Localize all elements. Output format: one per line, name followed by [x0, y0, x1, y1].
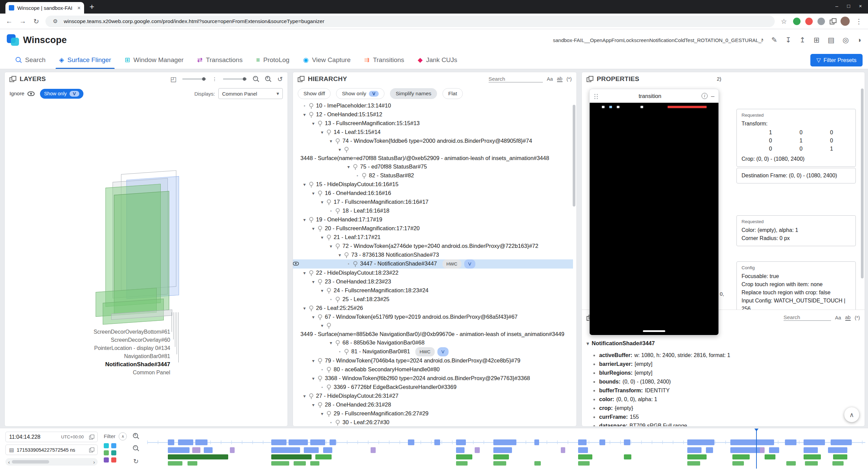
trace-segment[interactable] — [832, 461, 844, 466]
trace-type-icon[interactable] — [111, 457, 116, 463]
minimize-icon[interactable]: – — [711, 93, 714, 100]
trace-segment[interactable] — [456, 439, 466, 445]
trace-segment[interactable] — [493, 461, 506, 466]
hierarchy-node[interactable]: •10 - ImePlaceholder:13:14#10 — [293, 101, 573, 110]
pin-icon[interactable] — [309, 112, 314, 118]
hierarchy-scrollbar[interactable] — [573, 105, 575, 206]
whole-word-icon[interactable]: ab — [557, 76, 563, 82]
trace-segment[interactable] — [687, 454, 707, 459]
tab-transitions[interactable]: ⇉Transitions — [357, 51, 411, 69]
collapse-arrow-icon[interactable]: ▾ — [309, 119, 317, 128]
trace-segment[interactable] — [730, 439, 774, 445]
pin-icon[interactable] — [335, 138, 340, 144]
reset-view-icon[interactable]: ↺ — [277, 75, 283, 83]
hierarchy-node[interactable]: ▾15 - HideDisplayCutout:16:16#15 — [293, 180, 573, 189]
trace-segment[interactable] — [204, 447, 212, 453]
trace-segment[interactable] — [561, 447, 565, 453]
collapse-arrow-icon[interactable]: ▾ — [318, 233, 326, 242]
layer-label[interactable]: NotificationShade#3447 — [5, 360, 170, 369]
collapse-arrow-icon[interactable]: ▾ — [336, 145, 344, 154]
hierarchy-node[interactable]: •82 - StatusBar#82 — [293, 171, 573, 180]
trace-segment[interactable] — [687, 447, 702, 453]
trace-segment[interactable] — [831, 439, 851, 445]
layer-label[interactable]: ScreenDecorOverlay#60 — [5, 336, 170, 344]
pin-icon[interactable] — [335, 243, 340, 250]
hierarchy-node[interactable]: •3369 - 67726bf EdgeBackGestureHandler0#… — [293, 383, 573, 392]
trace-type-icon[interactable] — [111, 443, 116, 448]
pin-icon[interactable] — [353, 164, 358, 170]
collapse-arrow-icon[interactable]: ▾ — [309, 313, 317, 321]
hierarchy-node[interactable]: ▾67 - WindowToken{e5176f9 type=2019 andr… — [293, 313, 573, 321]
property-row[interactable]: barrierLayer:[empty] — [593, 360, 861, 369]
timeline-canvas[interactable] — [147, 428, 865, 471]
layer-label[interactable]: Common Panel — [5, 369, 170, 377]
hierarchy-node[interactable]: ▾74 - WindowToken{fddbe6 type=2000 andro… — [293, 137, 573, 145]
trace-type-icon[interactable] — [104, 450, 109, 455]
current-time-ns-box[interactable]: ▤ 1715339054227572545 ns — [5, 445, 98, 455]
window-maximize-button[interactable]: □ — [847, 3, 850, 9]
layers-3d-view[interactable]: ScreenDecorOverlayBottom#61ScreenDecorOv… — [5, 101, 288, 426]
layer-label[interactable]: PointerLocation - display 0#134 — [5, 344, 170, 352]
tab-jank-cujs[interactable]: ◆Jank CUJs — [411, 51, 464, 69]
trace-segment[interactable] — [456, 447, 465, 453]
simplify-names-button[interactable]: Simplify names — [390, 88, 437, 99]
pin-icon[interactable] — [353, 261, 358, 267]
hierarchy-node[interactable]: ▾73 - 8736138 NotificationShade#73 — [293, 251, 573, 259]
collapse-arrow-icon[interactable]: ▾ — [318, 128, 326, 137]
trace-segment[interactable] — [706, 447, 713, 453]
collapse-arrow-icon[interactable]: ▾ — [327, 242, 335, 251]
collapse-arrow-icon[interactable]: ▾ — [300, 392, 309, 400]
tab-view-capture[interactable]: ◉View Capture — [296, 51, 357, 69]
pin-icon[interactable] — [344, 146, 349, 153]
copy-icon[interactable] — [89, 435, 94, 439]
property-row[interactable]: bufferTransform:IDENTITY — [593, 386, 861, 395]
collapse-arrow-icon[interactable]: ▾ — [318, 321, 326, 330]
show-only-button[interactable]: Show only V — [336, 88, 384, 99]
hierarchy-node[interactable]: ▾22 - HideDisplayCutout:18:23#22 — [293, 269, 573, 277]
trace-segment[interactable] — [493, 454, 509, 459]
show-diff-button[interactable]: Show diff — [298, 88, 331, 99]
regex-icon[interactable]: (*) — [855, 315, 860, 320]
hierarchy-node[interactable]: ▾20 - FullscreenMagnification:17:17#20 — [293, 224, 573, 233]
property-row[interactable]: blurRegions:[empty] — [593, 369, 861, 377]
collapse-arrow-icon[interactable]: ▾ — [327, 339, 335, 347]
hierarchy-node[interactable]: ▾19 - OneHanded:17:17#19 — [293, 215, 573, 224]
trace-segment[interactable] — [271, 461, 289, 466]
regex-icon[interactable]: (*) — [567, 76, 572, 82]
scroll-right-icon[interactable]: › — [93, 459, 95, 465]
collapse-arrow-icon[interactable]: ▾ — [309, 401, 317, 409]
current-time-box[interactable]: 11:04:14.228 UTC+00:00 — [5, 432, 98, 442]
pin-icon[interactable] — [335, 419, 340, 426]
collapse-arrow-icon[interactable]: ▾ — [309, 224, 317, 233]
tab-transactions[interactable]: ⇄Transactions — [190, 51, 249, 69]
pin-icon[interactable] — [326, 411, 331, 417]
tab-surface-flinger[interactable]: ◈Surface Flinger — [52, 51, 118, 69]
url-bar[interactable]: ⚙ winscope.teams.x20web.corp.google.com/… — [45, 16, 775, 27]
pin-icon[interactable] — [326, 384, 331, 391]
collapse-arrow-icon[interactable]: ▾ — [300, 216, 309, 224]
trace-segment[interactable] — [578, 461, 590, 466]
extension-gray-icon[interactable] — [817, 18, 825, 25]
trace-segment[interactable] — [168, 461, 182, 466]
trace-type-icon[interactable] — [104, 443, 109, 448]
flat-button[interactable]: Flat — [442, 88, 463, 99]
spacing-slider[interactable] — [223, 79, 247, 79]
trace-segment[interactable] — [178, 439, 193, 445]
trace-segment[interactable] — [833, 454, 847, 459]
trace-type-icon[interactable] — [104, 457, 109, 463]
trace-segment[interactable] — [534, 439, 539, 445]
trace-segment[interactable] — [195, 439, 208, 445]
trace-segment[interactable] — [434, 439, 440, 445]
pin-icon[interactable] — [335, 296, 340, 303]
trace-segment[interactable] — [578, 447, 588, 453]
trace-segment[interactable] — [785, 439, 796, 445]
window-close-button[interactable]: × — [859, 3, 862, 9]
trace-segment[interactable] — [804, 447, 818, 453]
scroll-left-icon[interactable]: ‹ — [8, 459, 10, 465]
trace-segment[interactable] — [578, 439, 587, 445]
pin-icon[interactable] — [335, 208, 340, 214]
extensions-puzzle-icon[interactable] — [830, 18, 836, 24]
trace-segment[interactable] — [271, 454, 312, 459]
hierarchy-node[interactable]: •3447 - NotificationShade#3447HWCV — [293, 259, 573, 269]
pin-icon[interactable] — [317, 120, 322, 127]
